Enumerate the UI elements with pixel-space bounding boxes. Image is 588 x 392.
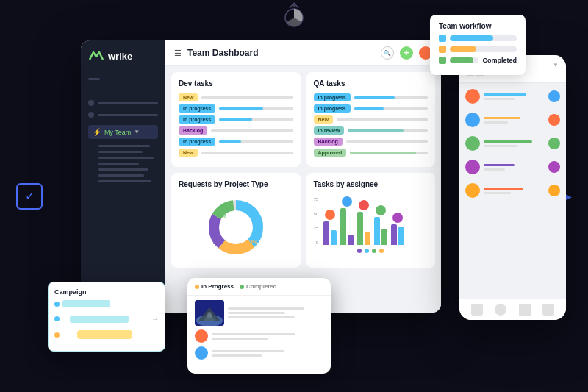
task-badge: In progress	[314, 93, 351, 101]
mobile-line	[484, 168, 505, 171]
gantt-row: →	[54, 315, 159, 323]
task-row: In progress	[179, 138, 293, 146]
task-badge: In review	[314, 126, 345, 135]
bottom-line	[212, 338, 268, 340]
mobile-line	[484, 145, 517, 147]
content-area: ☰ Team Dashboard 🔍 + Dev tasks New In pr…	[165, 40, 441, 313]
workflow-bar	[450, 57, 478, 63]
mobile-line	[484, 188, 523, 190]
mobile-avatar-sm	[548, 90, 560, 102]
charts-row: Requests by Project Type	[165, 173, 441, 274]
task-badge: In progress	[179, 104, 215, 113]
sidebar-item[interactable]	[88, 100, 158, 106]
task-row: In progress	[179, 115, 293, 124]
gantt-row	[54, 330, 159, 339]
add-button[interactable]: +	[400, 46, 413, 60]
task-badge: Approved	[314, 149, 347, 157]
qa-tasks-card: QA tasks In progress In progress New In …	[306, 72, 436, 167]
gantt-bar	[77, 330, 132, 339]
mobile-avatar	[465, 113, 480, 127]
bottom-row	[195, 346, 323, 360]
mobile-nav-icon[interactable]	[471, 304, 483, 316]
mobile-nav-icon[interactable]	[495, 304, 506, 316]
bottom-avatar	[195, 329, 208, 343]
mobile-card: My Team ▼	[459, 55, 566, 320]
gantt-dot	[54, 332, 60, 338]
task-row: In progress	[179, 104, 293, 113]
menu-icon: ☰	[174, 49, 182, 58]
task-badge: New	[314, 115, 333, 124]
task-row: New	[314, 115, 429, 124]
my-team-label: My Team	[104, 129, 131, 136]
task-row: New	[179, 93, 293, 101]
gantt-bar	[70, 316, 129, 323]
sidebar-item[interactable]	[88, 112, 158, 118]
bottom-line	[212, 333, 295, 335]
mobile-list-item	[465, 181, 560, 200]
my-team-button[interactable]: ⚡ My Team ▼	[88, 125, 158, 139]
y-label: 0	[314, 240, 319, 245]
bottom-row	[195, 300, 323, 326]
bottom-line	[228, 312, 285, 314]
tasks-grid: Dev tasks New In progress In progress Ba…	[165, 66, 441, 173]
mobile-line	[484, 98, 514, 100]
mobile-lines	[484, 140, 545, 147]
y-label: 50	[314, 212, 319, 216]
bar-chart-card: Tasks by assignee 75 50 25 0	[306, 173, 436, 268]
task-progress-line	[348, 129, 428, 132]
gantt-bar	[62, 300, 110, 307]
task-row: Backlog	[179, 126, 293, 135]
checkbox-icon: ✓	[16, 183, 43, 210]
svg-point-18	[207, 312, 212, 318]
mobile-nav-icon[interactable]	[542, 304, 554, 316]
lightning-icon: ⚡	[93, 128, 101, 136]
mobile-lines	[484, 93, 545, 100]
workflow-color-dot	[439, 35, 446, 42]
mobile-avatar	[465, 89, 480, 104]
mobile-list-item	[465, 157, 560, 177]
gantt-arrow-icon: →	[151, 315, 159, 323]
svg-text:15%: 15%	[216, 213, 227, 218]
mobile-avatar-sm	[548, 138, 560, 149]
task-progress-line	[346, 140, 428, 143]
mobile-list-item	[465, 110, 560, 129]
task-progress-line	[211, 129, 293, 132]
completed-dot	[240, 285, 244, 289]
bottom-line	[228, 316, 295, 318]
workflow-bar	[450, 46, 517, 52]
bottom-row	[195, 329, 323, 343]
main-dashboard: wrike ⚡ My Team ▼	[81, 40, 441, 313]
pie-chart-icon	[279, 1, 309, 31]
bar-group	[340, 208, 354, 245]
bottom-content-lines	[228, 307, 323, 318]
task-progress-line	[219, 140, 293, 143]
task-progress-line	[337, 118, 428, 121]
workflow-bar	[450, 35, 517, 41]
completed-tab[interactable]: Completed	[240, 283, 276, 290]
workflow-color-dot	[439, 57, 446, 64]
assignee-chart-title: Tasks by assignee	[314, 180, 429, 188]
workflow-item	[439, 35, 517, 42]
y-label: 75	[314, 197, 319, 202]
task-row: Approved	[314, 149, 429, 157]
mobile-line	[484, 192, 511, 194]
mobile-lines	[484, 117, 545, 124]
inprogress-tab[interactable]: In Progress	[195, 283, 234, 290]
mobile-line	[484, 93, 526, 96]
bottom-line	[228, 307, 304, 310]
dashboard-header: ☰ Team Dashboard 🔍 +	[165, 40, 441, 66]
bar-group	[391, 224, 404, 245]
gantt-title: Campaign	[54, 288, 159, 296]
donut-chart-card: Requests by Project Type	[171, 173, 301, 268]
svg-text:23%: 23%	[247, 240, 258, 245]
bar-group	[357, 212, 370, 245]
search-button[interactable]: 🔍	[381, 46, 394, 60]
mobile-bottom-bar	[459, 299, 566, 320]
mobile-nav-icon[interactable]	[519, 304, 531, 316]
workflow-item: Completed	[439, 57, 517, 64]
task-progress-line	[201, 96, 293, 99]
task-badge: New	[179, 93, 198, 101]
task-badge: In progress	[314, 104, 351, 113]
svg-line-3	[294, 3, 298, 8]
gantt-card: Campaign →	[48, 282, 165, 352]
